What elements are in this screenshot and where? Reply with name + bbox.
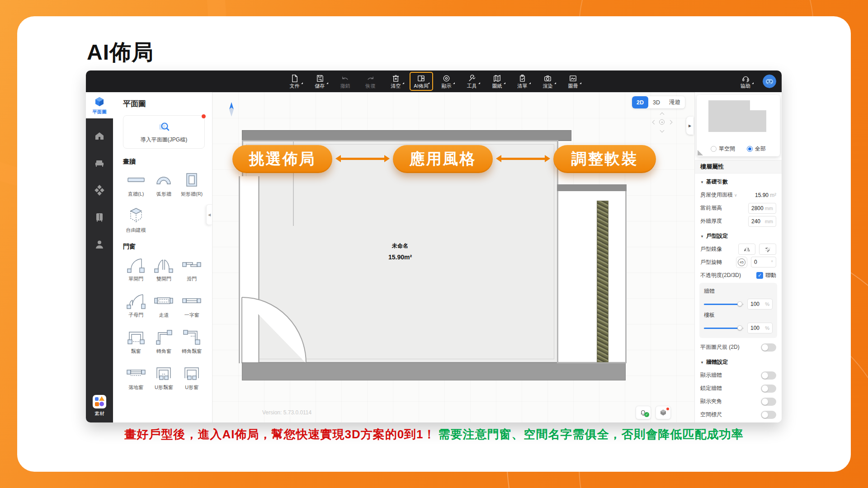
camera-nav-pad[interactable]: [652, 112, 673, 133]
tool-corner-bay-window[interactable]: 轉角飄窗: [179, 328, 205, 355]
floor-opacity-input[interactable]: 100 %: [747, 323, 773, 333]
mirror-horizontal-button[interactable]: [738, 244, 755, 255]
link-checkbox-row[interactable]: ✓ 聯動: [756, 272, 776, 279]
radio-on-icon[interactable]: [747, 146, 753, 152]
toolbar-list-button[interactable]: 清單: [511, 72, 534, 91]
tool-double-door[interactable]: 雙開門: [151, 256, 177, 282]
toolbar-redo-button[interactable]: 恢復: [359, 72, 382, 91]
wall-opacity-input[interactable]: 100 %: [747, 299, 773, 310]
furniture-icon[interactable]: [94, 157, 105, 169]
nav-down-icon[interactable]: [660, 128, 665, 133]
wall-settings-section[interactable]: ▼牆體設定: [695, 356, 782, 369]
toolbar-ai-layout-button[interactable]: AI佈局: [410, 72, 433, 91]
unit-settings-section[interactable]: ▼戶型設定: [695, 230, 782, 243]
toolbar-help-button[interactable]: 協助: [734, 72, 757, 91]
show-angle-toggle[interactable]: [761, 398, 776, 406]
materials-icon: [93, 395, 106, 408]
house-icon[interactable]: [94, 130, 105, 142]
right-panel-collapse-handle[interactable]: ▶: [686, 117, 693, 135]
sliding-door-icon: [182, 256, 202, 273]
chevron-down-icon[interactable]: ∨: [734, 193, 737, 197]
view-roam-tab[interactable]: 漫遊: [665, 96, 685, 108]
basic-params-section[interactable]: ▼基礎引數: [695, 175, 782, 188]
tool-single-door[interactable]: 單開門: [123, 256, 149, 282]
mirror-vertical-button[interactable]: [759, 244, 776, 255]
area-row: 房屋使用面積∨ 15.90m²: [695, 188, 782, 202]
toolbar-display-button[interactable]: 顯示: [435, 72, 458, 91]
floorplan-cube-icon: [94, 96, 105, 108]
import-floorplan-button[interactable]: 導入平面圖(JPG檔): [123, 115, 205, 149]
camera-icon: [543, 74, 552, 83]
floor-opacity-slider[interactable]: [704, 328, 744, 329]
wall-opacity-slider[interactable]: [704, 304, 744, 305]
notification-bell-button[interactable]: ✓: [636, 406, 651, 419]
cube-icon: [660, 409, 667, 416]
rotate-row: 戶型旋轉 45 0 °: [695, 256, 782, 269]
show-wall-row: 顯示牆體: [695, 369, 782, 382]
tool-corner-window[interactable]: 轉角窗: [151, 328, 177, 355]
tool-sliding-door[interactable]: 滑門: [179, 256, 205, 282]
cabinet-icon[interactable]: [94, 211, 105, 223]
nav-up-icon[interactable]: [660, 113, 665, 117]
ai-layout-icon: [417, 74, 425, 83]
toolbar-undo-button[interactable]: 撤銷: [334, 72, 357, 91]
mirror-row: 戶型鏡像: [695, 243, 782, 256]
doors-grid: 單開門 雙開門 滑門 子母門: [123, 256, 205, 391]
search-image-icon: [158, 121, 170, 133]
minimap-floor-shape: [750, 110, 766, 132]
panel-collapse-handle[interactable]: ◀: [206, 204, 212, 225]
ruler-toggle[interactable]: [761, 343, 776, 352]
opacity-sliders-box: 牆體 100 % 樓板 100: [699, 283, 777, 338]
corner-bay-window-icon: [182, 328, 202, 346]
radio-single-space[interactable]: 單空間: [711, 145, 735, 153]
tool-straight-wall[interactable]: 直牆(L): [123, 171, 149, 197]
space-ruler-toggle[interactable]: [761, 411, 776, 419]
nav-left-icon[interactable]: [652, 120, 657, 125]
minimap-card[interactable]: 單空間 全部: [697, 95, 780, 156]
robot-avatar-icon: [763, 75, 776, 88]
tool-u-bay-window[interactable]: U形飄窗: [151, 365, 177, 391]
toolbar-clear-button[interactable]: 清空: [384, 72, 408, 91]
user-avatar[interactable]: [763, 75, 776, 88]
rotate-45-button[interactable]: 45: [736, 257, 747, 268]
tool-passage[interactable]: 走道: [151, 292, 177, 319]
tool-u-window[interactable]: U形窗: [179, 365, 205, 391]
rotate-input[interactable]: 0 °: [751, 257, 776, 267]
floor-height-input[interactable]: 2800 mm: [748, 203, 776, 214]
tool-bay-window[interactable]: 飄窗: [123, 328, 149, 355]
radio-all[interactable]: 全部: [747, 145, 766, 153]
floorplan-bottom-wall: [242, 362, 626, 380]
toolbar-file-button[interactable]: 文件: [283, 72, 307, 91]
nav-center-icon[interactable]: [659, 119, 665, 125]
doors-section-header: 門窗: [123, 243, 205, 251]
rail-item-floorplan[interactable]: 平面圖: [86, 92, 113, 118]
wall-thickness-input[interactable]: 240 mm: [748, 216, 776, 227]
lock-wall-toggle[interactable]: [761, 385, 776, 393]
checkbox-checked-icon[interactable]: ✓: [756, 272, 763, 279]
tool-rect-wall[interactable]: 矩形牆(R): [179, 171, 205, 197]
toolbar-tools-button[interactable]: 工具: [460, 72, 484, 91]
show-wall-toggle[interactable]: [761, 371, 776, 380]
headset-icon: [741, 74, 750, 83]
floorplan-canvas[interactable]: 未命名 15.90m² Version: 5.73.0.0114 2D 3D 漫…: [212, 92, 694, 422]
tool-floor-window[interactable]: 落地窗: [123, 365, 149, 391]
view-3d-tab[interactable]: 3D: [648, 96, 665, 108]
person-icon[interactable]: [94, 239, 105, 250]
tiles-icon[interactable]: [94, 184, 105, 196]
tool-free-modeling[interactable]: 自由建模: [123, 207, 149, 234]
arc-wall-icon: [154, 171, 174, 188]
toolbar-album-button[interactable]: 圖冊: [561, 72, 585, 91]
left-rail: 平面圖: [86, 92, 113, 422]
tool-straight-window[interactable]: 一字窗: [179, 292, 205, 319]
toolbar-save-button[interactable]: 儲存: [308, 72, 332, 91]
tool-arc-wall[interactable]: 弧形牆: [151, 171, 177, 197]
nav-right-icon[interactable]: [668, 120, 673, 125]
model-cube-button[interactable]: [656, 406, 671, 419]
radio-off-icon[interactable]: [711, 146, 717, 152]
rail-item-materials[interactable]: 素材: [86, 395, 113, 417]
view-2d-tab[interactable]: 2D: [632, 96, 648, 108]
toolbar-render-button[interactable]: 渲染: [536, 72, 560, 91]
floorplan-texture-strip: [597, 201, 609, 362]
toolbar-drawings-button[interactable]: 圖紙: [486, 72, 509, 91]
tool-mother-child-door[interactable]: 子母門: [123, 292, 149, 319]
